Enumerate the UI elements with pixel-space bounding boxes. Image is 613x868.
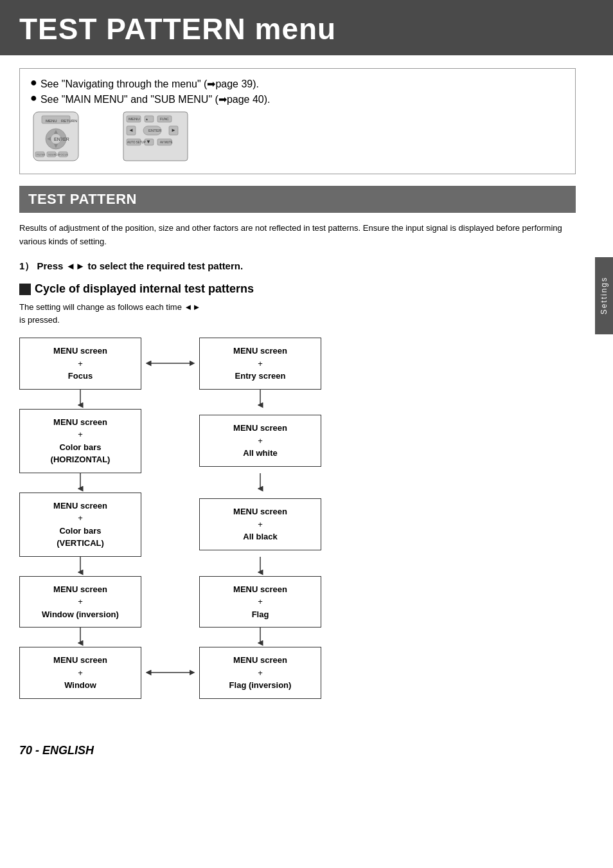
bullet-dot-2: ● [30,92,37,104]
h-arrow-2-svg [145,666,196,679]
cycle-desc-pre: The setting will change as follows each … [19,302,200,312]
v-arrow-wi-svg [74,628,87,647]
page-footer: 70 - ENGLISH [0,744,613,757]
remote-1-svg: MENU RETURN ENTER [30,111,101,162]
cycle-heading-text: Cycle of displayed internal test pattern… [35,282,254,296]
bullet-1: ● See "Navigating through the menu" (➡pa… [30,78,565,90]
svg-text:ENTER: ENTER [148,129,162,132]
v-arrow-colorbars-h-down [19,473,141,493]
svg-text:►: ► [171,127,176,133]
flow-row-3-boxes: MENU screen+Color bars(VERTICAL) MENU sc… [19,493,598,557]
remote-2-svg: MENU ▲ FUNC ◄ ENTER ► AU [120,111,191,162]
main-content: ● See "Navigating through the menu" (➡pa… [0,68,595,725]
flow-box-colorbars-h: MENU screen+Color bars(HORIZONTAL) [19,409,141,473]
remotes-area: MENU RETURN ENTER [30,111,565,165]
bullet-text-1: See "Navigating through the menu" (➡page… [40,78,259,90]
flow-box-all-white: MENU screen+All white [199,415,321,467]
flow-box-flag-inv: MENU screen+Flag (inversion) [199,647,321,699]
flow-box-colorbars-v: MENU screen+Color bars(VERTICAL) [19,493,141,557]
v-arrow-flag-svg [254,628,267,647]
intro-box: ● See "Navigating through the menu" (➡pa… [19,68,576,174]
body-text: Results of adjustment of the position, s… [19,222,576,249]
cycle-desc-post: is pressed. [19,315,60,325]
svg-text:MENU: MENU [46,119,57,123]
svg-text:SOURCE: SOURCE [48,153,59,156]
remote-2: MENU ▲ FUNC ◄ ENTER ► AU [120,111,191,165]
v-arrow-allblack-down [199,557,321,576]
v-arrow-flag-down [199,628,321,647]
cycle-desc: The setting will change as follows each … [19,301,576,326]
bullet-text-2: See "MAIN MENU" and "SUB MENU" (➡page 40… [40,93,271,105]
intro-text: ● See "Navigating through the menu" (➡pa… [30,78,565,165]
flow-row-5-boxes: MENU screen+Window MENU [19,647,598,699]
section-header: TEST PATTERN [19,186,576,213]
svg-text:▼: ▼ [146,139,151,145]
flow-row-2-boxes: MENU screen+Color bars(HORIZONTAL) MENU … [19,409,598,473]
flow-box-flag: MENU screen+Flag [199,576,321,628]
step-1-text: Press ◄► to select the required test pat… [37,260,244,271]
page-title: TEST PATTERN menu [19,12,594,46]
svg-text:AV MUTE: AV MUTE [160,141,173,144]
bullet-2: ● See "MAIN MENU" and "SUB MENU" (➡page … [30,93,565,105]
svg-text:◄: ◄ [129,127,134,133]
sidebar-label: Settings [600,276,609,314]
svg-text:FOCUS: FOCUS [59,153,68,156]
h-arrow-2 [141,666,199,679]
v-arrow-focus-down [19,390,141,409]
flow-diagram: MENU screen+Focus MENU s [19,338,598,699]
flow-arrows-1 [19,390,598,409]
svg-text:RETURN: RETURN [61,119,77,123]
v-arrow-entry-down [199,390,321,409]
flow-row-1-boxes: MENU screen+Focus MENU s [19,338,598,390]
svg-text:FILTER: FILTER [37,153,46,156]
svg-text:▲: ▲ [145,117,148,121]
title-bar: TEST PATTERN menu [0,0,613,55]
v-arrow-entry-down-svg [254,390,267,409]
flow-box-window-inv: MENU screen+Window (inversion) [19,576,141,628]
flow-box-window: MENU screen+Window [19,647,141,699]
v-arrow-ab-svg [254,557,267,576]
flow-arrows-4 [19,628,598,647]
step-1-instruction: 1） Press ◄► to select the required test … [19,259,576,274]
svg-text:MENU: MENU [129,117,140,121]
flow-arrows-3 [19,557,598,576]
sidebar-settings: Settings [595,257,613,334]
v-arrow-cbv-down [19,557,141,576]
v-arrow-wi-down [19,628,141,647]
black-square-icon [19,284,31,295]
svg-text:AUTO SETUP: AUTO SETUP [127,141,146,144]
svg-text:FUNC: FUNC [160,117,169,121]
v-arrow-cbv-svg [74,557,87,576]
cycle-heading: Cycle of displayed internal test pattern… [19,282,576,296]
bullet-dot-1: ● [30,77,37,88]
flow-row-4-boxes: MENU screen+Window (inversion) MENU scre… [19,576,598,628]
v-arrow-cbh-svg [74,473,87,493]
remote-1: MENU RETURN ENTER [30,111,101,165]
h-arrow-1-svg [145,357,196,370]
flow-box-all-black: MENU screen+All black [199,498,321,550]
flow-box-focus: MENU screen+Focus [19,338,141,390]
flow-arrows-2 [19,473,598,493]
h-arrow-1 [141,357,199,370]
v-arrow-allwhite-down [199,473,321,493]
flow-box-entry: MENU screen+Entry screen [199,338,321,390]
v-arrow-focus-down-svg [74,390,87,409]
step-1-number: 1） [19,260,34,271]
v-arrow-aw-svg [254,473,267,493]
